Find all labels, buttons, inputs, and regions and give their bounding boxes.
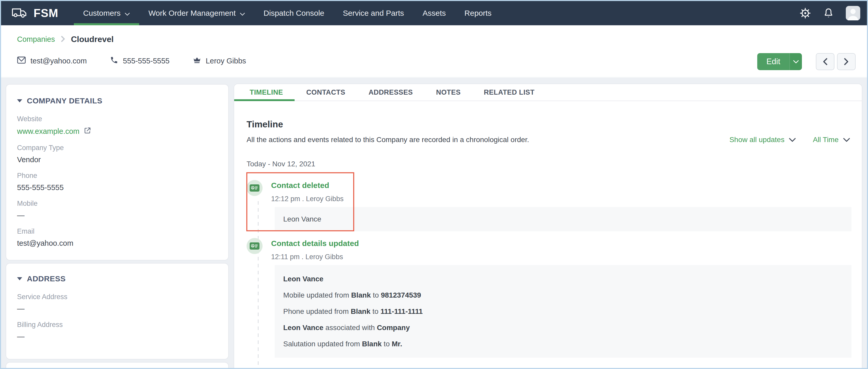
- breadcrumb: Companies Cloudrevel: [1, 25, 867, 44]
- app-window: FSM Customers Work Order Management Disp…: [0, 0, 868, 369]
- address-card: ADDRESS Service Address — Billing Addres…: [6, 263, 229, 360]
- nav-item-service-and-parts[interactable]: Service and Parts: [334, 1, 413, 25]
- chevron-down-icon: [125, 9, 130, 18]
- content-area: COMPANY DETAILS Website www.example.com: [1, 78, 867, 369]
- tab-contacts[interactable]: CONTACTS: [294, 84, 357, 101]
- entry-meta: 12:11 pm . Leroy Gibbs: [271, 253, 359, 261]
- timeline-entry-contact-deleted: Contact deleted 12:12 pm . Leroy Gibbs L…: [247, 172, 851, 231]
- left-detail-column: COMPANY DETAILS Website www.example.com: [6, 84, 229, 369]
- notifications-bell-icon[interactable]: [823, 7, 834, 19]
- tab-related-list[interactable]: RELATED LIST: [472, 84, 546, 101]
- chevron-down-icon: [240, 9, 245, 18]
- company-details-card: COMPANY DETAILS Website www.example.com: [6, 84, 229, 261]
- timeline-title: Timeline: [247, 119, 851, 129]
- field-company-type: Company Type Vendor: [17, 144, 217, 164]
- user-avatar[interactable]: [846, 6, 860, 21]
- contact-name: Leon Vance: [283, 215, 321, 223]
- address-header[interactable]: ADDRESS: [17, 274, 217, 283]
- entry-detail-box: Leon Vance Mobile updated from Blank to …: [275, 265, 851, 358]
- summary-email: test@yahoo.com: [17, 56, 87, 66]
- address-fields: Service Address — Billing Address —: [17, 293, 217, 341]
- field-website: Website www.example.com: [17, 115, 217, 136]
- detail-line: Leon Vance associated with Company: [283, 320, 843, 336]
- timeline-subtitle: All the actions and events related to th…: [247, 136, 851, 144]
- entry-detail-box: Leon Vance: [275, 207, 851, 231]
- collapse-caret-icon: [17, 277, 22, 280]
- company-details-header[interactable]: COMPANY DETAILS: [17, 96, 217, 105]
- edit-split-button: Edit: [757, 53, 802, 70]
- edit-button[interactable]: Edit: [757, 53, 789, 70]
- page-title: Cloudrevel: [71, 35, 114, 44]
- entry-title-link[interactable]: Contact details updated: [271, 239, 359, 248]
- field-phone: Phone 555-555-5555: [17, 172, 217, 192]
- breadcrumb-companies-link[interactable]: Companies: [17, 35, 55, 43]
- company-summary-row: test@yahoo.com 555-555-5555 Leroy Gib: [17, 56, 867, 66]
- nav-item-dispatch-console[interactable]: Dispatch Console: [254, 1, 334, 25]
- nav-item-customers[interactable]: Customers: [74, 1, 139, 25]
- nav-item-assets[interactable]: Assets: [413, 1, 455, 25]
- brand-logo[interactable]: FSM: [11, 7, 58, 20]
- detail-line: Salutation updated from Blank to Mr.: [283, 336, 843, 352]
- tab-timeline[interactable]: TIMELINE: [234, 84, 294, 101]
- contact-card-icon: [247, 238, 262, 254]
- entry-title-link[interactable]: Contact deleted: [271, 181, 344, 190]
- email-icon: [17, 56, 26, 66]
- field-email: Email test@yahoo.com: [17, 228, 217, 247]
- brand-name: FSM: [34, 7, 58, 20]
- detail-line: Phone updated from Blank to 111-111-1111: [283, 303, 843, 320]
- detail-line: Leon Vance: [283, 271, 843, 287]
- tax-details-card: TAX DETAILS: [6, 362, 229, 369]
- timeline-panel: Timeline All the actions and events rela…: [234, 119, 862, 358]
- timeline-date-header: Today - Nov 12, 2021: [247, 160, 851, 168]
- navbar-right: [799, 6, 860, 21]
- phone-icon: [110, 56, 118, 66]
- collapse-caret-icon: [17, 99, 22, 102]
- nav-item-work-order-management[interactable]: Work Order Management: [139, 1, 254, 25]
- nav-item-reports[interactable]: Reports: [455, 1, 501, 25]
- edit-dropdown-button[interactable]: [789, 53, 802, 70]
- next-record-button[interactable]: [837, 53, 856, 70]
- field-billing-address: Billing Address —: [17, 321, 217, 341]
- record-tabs: TIMELINE CONTACTS ADDRESSES NOTES RELATE…: [234, 84, 862, 101]
- top-navbar: FSM Customers Work Order Management Disp…: [1, 1, 867, 25]
- settings-gear-icon[interactable]: [799, 7, 811, 19]
- timeline-entry-contact-updated: Contact details updated 12:11 pm . Leroy…: [247, 238, 851, 358]
- entry-meta: 12:12 pm . Leroy Gibbs: [271, 195, 344, 203]
- tab-addresses[interactable]: ADDRESSES: [357, 84, 425, 101]
- record-main-card: TIMELINE CONTACTS ADDRESSES NOTES RELATE…: [234, 83, 862, 369]
- chevron-right-icon: [61, 36, 65, 43]
- website-link[interactable]: www.example.com: [17, 127, 217, 136]
- field-mobile: Mobile —: [17, 200, 217, 220]
- previous-record-button[interactable]: [816, 53, 834, 70]
- page-header: Companies Cloudrevel test@yahoo.com: [1, 25, 867, 77]
- company-details-fields: Website www.example.com: [17, 115, 217, 247]
- tab-notes[interactable]: NOTES: [425, 84, 472, 101]
- external-link-icon: [84, 127, 91, 136]
- header-actions: Edit: [757, 53, 856, 70]
- field-service-address: Service Address —: [17, 293, 217, 313]
- crown-icon: [193, 57, 201, 66]
- summary-owner: Leroy Gibbs: [193, 57, 246, 66]
- contact-card-icon: [247, 180, 262, 196]
- detail-line: Mobile updated from Blank to 9812374539: [283, 287, 843, 303]
- truck-logo-icon: [11, 7, 28, 20]
- timeline-entries: Contact deleted 12:12 pm . Leroy Gibbs L…: [247, 172, 851, 358]
- summary-phone: 555-555-5555: [110, 56, 169, 66]
- main-nav: Customers Work Order Management Dispatch…: [74, 1, 501, 25]
